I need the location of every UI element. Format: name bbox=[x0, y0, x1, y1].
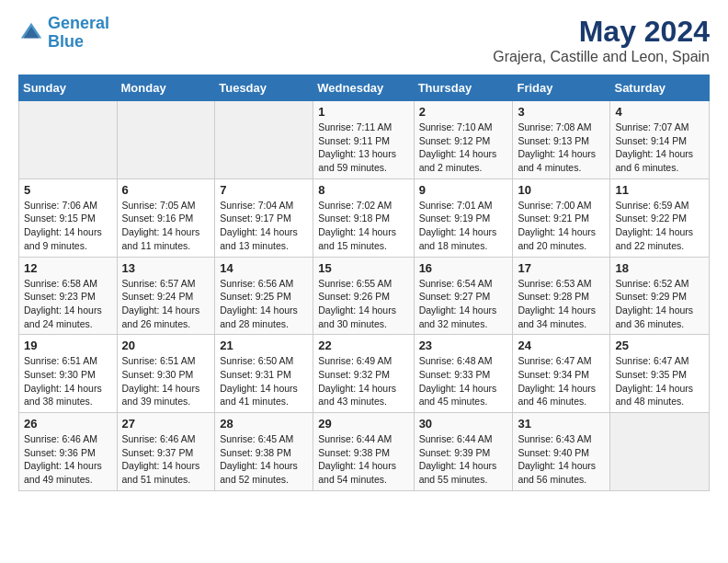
calendar-cell: 2Sunrise: 7:10 AM Sunset: 9:12 PM Daylig… bbox=[414, 101, 513, 179]
calendar-cell: 19Sunrise: 6:51 AM Sunset: 9:30 PM Dayli… bbox=[19, 335, 118, 413]
day-info: Sunrise: 6:46 AM Sunset: 9:36 PM Dayligh… bbox=[24, 432, 112, 487]
day-number: 7 bbox=[220, 183, 308, 197]
calendar-cell: 10Sunrise: 7:00 AM Sunset: 9:21 PM Dayli… bbox=[513, 178, 610, 257]
day-number: 5 bbox=[24, 183, 112, 197]
calendar-week-row: 26Sunrise: 6:46 AM Sunset: 9:36 PM Dayli… bbox=[19, 413, 710, 491]
day-number: 24 bbox=[518, 339, 605, 352]
day-number: 17 bbox=[518, 261, 605, 275]
day-info: Sunrise: 6:51 AM Sunset: 9:30 PM Dayligh… bbox=[24, 354, 112, 408]
calendar-cell: 14Sunrise: 6:56 AM Sunset: 9:25 PM Dayli… bbox=[215, 257, 313, 335]
logo-text: General Blue bbox=[48, 15, 109, 52]
day-number: 12 bbox=[24, 261, 112, 275]
day-number: 15 bbox=[318, 261, 408, 275]
day-info: Sunrise: 6:56 AM Sunset: 9:25 PM Dayligh… bbox=[220, 277, 308, 331]
day-number: 25 bbox=[615, 339, 704, 352]
day-number: 28 bbox=[220, 417, 308, 431]
logo-area: General Blue bbox=[18, 15, 109, 52]
day-info: Sunrise: 6:55 AM Sunset: 9:26 PM Dayligh… bbox=[318, 277, 408, 331]
day-number: 26 bbox=[24, 417, 112, 431]
day-number: 8 bbox=[318, 183, 408, 197]
day-info: Sunrise: 7:07 AM Sunset: 9:14 PM Dayligh… bbox=[615, 121, 704, 175]
day-info: Sunrise: 7:06 AM Sunset: 9:15 PM Dayligh… bbox=[24, 199, 112, 253]
calendar-cell: 30Sunrise: 6:44 AM Sunset: 9:39 PM Dayli… bbox=[414, 413, 513, 491]
weekday-header-tuesday: Tuesday bbox=[215, 75, 313, 101]
day-info: Sunrise: 7:00 AM Sunset: 9:21 PM Dayligh… bbox=[518, 199, 605, 253]
day-number: 22 bbox=[318, 339, 408, 352]
calendar-week-row: 1Sunrise: 7:11 AM Sunset: 9:11 PM Daylig… bbox=[19, 101, 710, 179]
day-number: 1 bbox=[318, 105, 408, 119]
day-info: Sunrise: 6:52 AM Sunset: 9:29 PM Dayligh… bbox=[615, 277, 704, 331]
weekday-header-saturday: Saturday bbox=[610, 75, 710, 101]
day-info: Sunrise: 7:02 AM Sunset: 9:18 PM Dayligh… bbox=[318, 199, 408, 253]
header: General Blue May 2024 Grajera, Castille … bbox=[18, 15, 710, 65]
logo-general: General bbox=[48, 14, 109, 32]
day-number: 6 bbox=[122, 183, 210, 197]
calendar-cell: 4Sunrise: 7:07 AM Sunset: 9:14 PM Daylig… bbox=[610, 101, 710, 179]
weekday-header-wednesday: Wednesday bbox=[313, 75, 414, 101]
day-info: Sunrise: 6:57 AM Sunset: 9:24 PM Dayligh… bbox=[122, 277, 210, 331]
day-info: Sunrise: 7:01 AM Sunset: 9:19 PM Dayligh… bbox=[419, 199, 508, 253]
main-title: May 2024 bbox=[493, 15, 710, 49]
calendar-cell bbox=[19, 101, 118, 179]
day-number: 23 bbox=[419, 339, 508, 352]
calendar-week-row: 5Sunrise: 7:06 AM Sunset: 9:15 PM Daylig… bbox=[19, 178, 710, 257]
calendar-cell: 17Sunrise: 6:53 AM Sunset: 9:28 PM Dayli… bbox=[513, 257, 610, 335]
calendar-cell: 11Sunrise: 6:59 AM Sunset: 9:22 PM Dayli… bbox=[610, 178, 710, 257]
day-info: Sunrise: 6:46 AM Sunset: 9:37 PM Dayligh… bbox=[122, 432, 210, 487]
page: General Blue May 2024 Grajera, Castille … bbox=[0, 0, 728, 506]
day-number: 2 bbox=[419, 105, 508, 119]
weekday-header-monday: Monday bbox=[117, 75, 215, 101]
calendar-cell: 26Sunrise: 6:46 AM Sunset: 9:36 PM Dayli… bbox=[19, 413, 118, 491]
weekday-header-friday: Friday bbox=[513, 75, 610, 101]
day-number: 13 bbox=[122, 261, 210, 275]
day-info: Sunrise: 6:44 AM Sunset: 9:39 PM Dayligh… bbox=[419, 432, 508, 487]
logo-blue: Blue bbox=[48, 32, 84, 51]
day-number: 29 bbox=[318, 417, 408, 431]
calendar-cell: 15Sunrise: 6:55 AM Sunset: 9:26 PM Dayli… bbox=[313, 257, 414, 335]
day-number: 9 bbox=[419, 183, 508, 197]
day-number: 27 bbox=[122, 417, 210, 431]
calendar-cell bbox=[215, 101, 313, 179]
day-number: 14 bbox=[220, 261, 308, 275]
day-info: Sunrise: 6:45 AM Sunset: 9:38 PM Dayligh… bbox=[220, 432, 308, 487]
day-number: 11 bbox=[615, 183, 704, 197]
day-info: Sunrise: 6:48 AM Sunset: 9:33 PM Dayligh… bbox=[419, 354, 508, 408]
calendar-table: SundayMondayTuesdayWednesdayThursdayFrid… bbox=[18, 75, 710, 491]
calendar-cell: 12Sunrise: 6:58 AM Sunset: 9:23 PM Dayli… bbox=[19, 257, 118, 335]
day-number: 18 bbox=[615, 261, 704, 275]
calendar-cell bbox=[117, 101, 215, 179]
day-info: Sunrise: 7:10 AM Sunset: 9:12 PM Dayligh… bbox=[419, 121, 508, 175]
weekday-header-thursday: Thursday bbox=[414, 75, 513, 101]
calendar-cell: 31Sunrise: 6:43 AM Sunset: 9:40 PM Dayli… bbox=[513, 413, 610, 491]
calendar-cell: 6Sunrise: 7:05 AM Sunset: 9:16 PM Daylig… bbox=[117, 178, 215, 257]
weekday-header-sunday: Sunday bbox=[19, 75, 118, 101]
day-number: 19 bbox=[24, 339, 112, 352]
calendar-week-row: 19Sunrise: 6:51 AM Sunset: 9:30 PM Dayli… bbox=[19, 335, 710, 413]
day-info: Sunrise: 6:50 AM Sunset: 9:31 PM Dayligh… bbox=[220, 354, 308, 408]
day-number: 10 bbox=[518, 183, 605, 197]
calendar-cell: 29Sunrise: 6:44 AM Sunset: 9:38 PM Dayli… bbox=[313, 413, 414, 491]
calendar-cell: 24Sunrise: 6:47 AM Sunset: 9:34 PM Dayli… bbox=[513, 335, 610, 413]
calendar-cell bbox=[610, 413, 710, 491]
day-info: Sunrise: 7:11 AM Sunset: 9:11 PM Dayligh… bbox=[318, 121, 408, 175]
day-number: 31 bbox=[518, 417, 605, 431]
day-number: 20 bbox=[122, 339, 210, 352]
calendar-cell: 20Sunrise: 6:51 AM Sunset: 9:30 PM Dayli… bbox=[117, 335, 215, 413]
calendar-cell: 13Sunrise: 6:57 AM Sunset: 9:24 PM Dayli… bbox=[117, 257, 215, 335]
calendar-cell: 21Sunrise: 6:50 AM Sunset: 9:31 PM Dayli… bbox=[215, 335, 313, 413]
calendar-cell: 3Sunrise: 7:08 AM Sunset: 9:13 PM Daylig… bbox=[513, 101, 610, 179]
calendar-cell: 5Sunrise: 7:06 AM Sunset: 9:15 PM Daylig… bbox=[19, 178, 118, 257]
calendar-cell: 16Sunrise: 6:54 AM Sunset: 9:27 PM Dayli… bbox=[414, 257, 513, 335]
calendar-cell: 1Sunrise: 7:11 AM Sunset: 9:11 PM Daylig… bbox=[313, 101, 414, 179]
day-info: Sunrise: 6:47 AM Sunset: 9:35 PM Dayligh… bbox=[615, 354, 704, 408]
calendar-week-row: 12Sunrise: 6:58 AM Sunset: 9:23 PM Dayli… bbox=[19, 257, 710, 335]
logo-icon bbox=[18, 20, 44, 46]
day-info: Sunrise: 7:08 AM Sunset: 9:13 PM Dayligh… bbox=[518, 121, 605, 175]
day-info: Sunrise: 6:54 AM Sunset: 9:27 PM Dayligh… bbox=[419, 277, 508, 331]
calendar-cell: 9Sunrise: 7:01 AM Sunset: 9:19 PM Daylig… bbox=[414, 178, 513, 257]
calendar-header-row: SundayMondayTuesdayWednesdayThursdayFrid… bbox=[19, 75, 710, 101]
day-number: 30 bbox=[419, 417, 508, 431]
day-info: Sunrise: 7:04 AM Sunset: 9:17 PM Dayligh… bbox=[220, 199, 308, 253]
day-info: Sunrise: 6:43 AM Sunset: 9:40 PM Dayligh… bbox=[518, 432, 605, 487]
calendar-cell: 8Sunrise: 7:02 AM Sunset: 9:18 PM Daylig… bbox=[313, 178, 414, 257]
